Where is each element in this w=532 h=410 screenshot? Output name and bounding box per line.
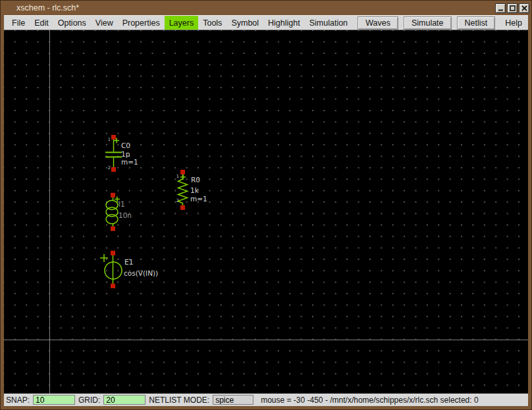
component-param: m=1 [190,195,207,203]
menu-layers[interactable]: Layers [165,16,199,30]
pin-number: 2 [176,198,179,203]
menu-simulation[interactable]: Simulation [305,16,352,30]
pin-box [180,205,185,210]
component-value: 10n [119,211,132,219]
voltage-source-symbol[interactable]: E1 cos(V(IN)) [100,251,158,288]
pin-box [111,226,115,231]
component-designator: R0 [191,176,200,184]
inductor-symbol[interactable]: l1 10n [106,193,132,231]
menubar: File Edit Options View Properties Layers… [4,15,528,30]
window-frame: File Edit Options View Properties Layers… [1,15,531,409]
netlist-button[interactable]: Netlist [457,16,496,30]
menu-edit[interactable]: Edit [30,16,53,30]
menu-symbol[interactable]: Symbol [226,16,263,30]
pin-box [111,193,115,197]
pin-box [111,284,115,288]
netlist-mode-input[interactable] [213,395,253,405]
component-designator: l1 [119,200,125,208]
schematic-canvas[interactable]: 1 2 C0 1p m=1 1 2 R0 1k m=1 [4,30,528,394]
menu-highlight[interactable]: Highlight [263,16,305,30]
component-value: 1p [121,150,130,158]
snap-input[interactable] [33,395,75,405]
mouse-status-info: mouse = -30 -450 - /mnt/x/home/schippes/… [261,396,478,405]
window-controls [495,3,529,13]
pin-number: 1 [108,137,111,142]
close-icon[interactable] [519,3,529,13]
component-value: 1k [190,186,200,194]
simulate-button[interactable]: Simulate [404,16,452,30]
menu-tools[interactable]: Tools [198,16,226,30]
resistor-symbol[interactable]: 1 2 R0 1k m=1 [176,170,207,210]
pin-number: 2 [108,165,111,170]
capacitor-symbol[interactable]: 1 2 C0 1p m=1 [105,135,138,172]
pin-number: 1 [176,174,179,179]
menubar-actions: Waves Simulate Netlist Help [358,16,528,30]
maximize-icon[interactable] [507,3,518,13]
menu-view[interactable]: View [91,16,118,30]
component-designator: E1 [124,258,133,266]
grid-label: GRID: [78,396,100,405]
minimize-icon[interactable] [495,3,506,13]
menu-options[interactable]: Options [53,16,91,30]
waves-button[interactable]: Waves [358,16,398,30]
plus-polarity-icon [100,254,108,262]
pin-box [180,170,185,174]
menu-properties[interactable]: Properties [118,16,165,30]
pin-box [111,251,115,255]
pin-box [111,135,116,140]
component-value: cos(V(IN)) [124,269,158,277]
pin-box [111,167,116,172]
grid-input[interactable] [103,395,146,405]
window-title: xschem - rlc.sch* [16,3,79,13]
snap-label: SNAP: [6,396,30,405]
component-param: m=1 [121,158,138,166]
plus-polarity-icon [180,174,186,180]
schematic-drawing: 1 2 C0 1p m=1 1 2 R0 1k m=1 [4,30,528,394]
titlebar[interactable]: xschem - rlc.sch* [1,1,531,15]
menu-help[interactable]: Help [500,18,527,28]
xschem-window: xschem - rlc.sch* File Edit Options View… [0,0,532,410]
component-designator: C0 [121,141,130,149]
netlist-mode-label: NETLIST MODE: [149,396,209,405]
statusbar: SNAP: GRID: NETLIST MODE: mouse = -30 -4… [4,394,528,406]
menu-file[interactable]: File [7,16,30,30]
